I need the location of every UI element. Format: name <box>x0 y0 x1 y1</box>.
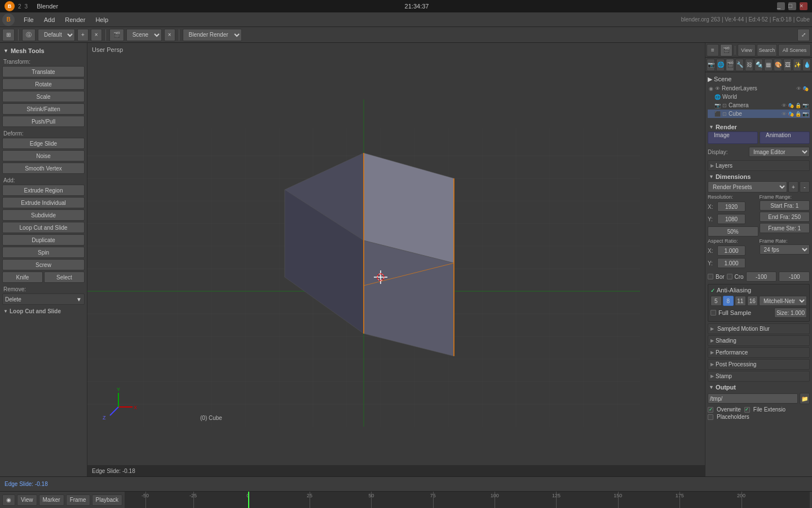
smooth-vertex-btn[interactable]: Smooth Vertex <box>2 163 85 174</box>
display-select[interactable]: Image Editor <box>749 147 810 157</box>
camera-vis[interactable]: 👁 🎭 🔒 📷 <box>782 103 809 108</box>
rp2-icon-5[interactable]: ⛓ <box>745 59 753 71</box>
close-btn[interactable]: × <box>800 2 807 10</box>
rp2-icon-8[interactable]: 🎨 <box>774 59 782 71</box>
shrink-fatten-btn[interactable]: Shrink/Fatten <box>2 103 85 115</box>
output-browse-btn[interactable]: 📁 <box>800 393 810 404</box>
y-res-value[interactable]: 1080 <box>717 214 745 224</box>
render-presets-select[interactable]: Render Presets <box>708 181 787 192</box>
timeline-playhead[interactable] <box>248 492 249 508</box>
scene-close-btn[interactable]: × <box>164 29 175 41</box>
framerate-select[interactable]: 24 fps <box>760 244 810 255</box>
x-aspect-value[interactable]: 1.000 <box>717 246 745 256</box>
rp2-icon-9[interactable]: 🖼 <box>783 59 792 71</box>
vis-icon-2[interactable]: 🎭 <box>802 86 809 91</box>
time-remap-1[interactable]: -100 <box>746 271 777 282</box>
percent-value[interactable]: 50% <box>708 226 758 237</box>
minimize-btn[interactable]: _ <box>777 2 785 10</box>
push-pull-btn[interactable]: Push/Pull <box>2 116 85 127</box>
rp2-icon-10[interactable]: ✨ <box>793 59 801 71</box>
post-processing-header[interactable]: ▶ Post Processing <box>708 359 810 370</box>
animation-btn[interactable]: Animation <box>760 132 810 144</box>
render-section-header[interactable]: ▼ Render <box>708 122 810 132</box>
sampled-motion-header[interactable]: ▶ Sampled Motion Blur <box>708 323 810 334</box>
extrude-region-btn[interactable]: Extrude Region <box>2 185 85 196</box>
timeline-ruler[interactable]: -50 -25 0 25 50 75 100 125 150 175 200 <box>125 492 810 508</box>
stamp-header[interactable]: ▶ Stamp <box>708 371 810 382</box>
output-header[interactable]: ▼ Output <box>708 383 810 392</box>
bor-checkbox[interactable] <box>708 274 713 279</box>
spin-btn[interactable]: Spin <box>2 247 85 258</box>
menu-file[interactable]: File <box>19 15 38 24</box>
tb-plus-btn[interactable]: + <box>77 29 89 41</box>
tree-item-cube[interactable]: ⬛ ⊡ Cube 👁 🎭 🔒 📷 <box>708 110 810 118</box>
rp-icon-2[interactable]: 🎬 <box>720 44 732 56</box>
aa-btn-8[interactable]: 8 <box>723 296 734 306</box>
delete-dropdown[interactable]: Delete ▼ <box>2 294 85 305</box>
performance-header[interactable]: ▶ Performance <box>708 347 810 358</box>
placeholders-checkbox[interactable] <box>708 414 713 420</box>
tree-item-world[interactable]: 🌐 World <box>708 93 810 101</box>
x-res-value[interactable]: 1920 <box>717 202 745 212</box>
cube-vis[interactable]: 👁 🎭 🔒 📷 <box>782 111 809 117</box>
shading-header[interactable]: ▶ Shading <box>708 335 810 346</box>
maximize-btn[interactable]: □ <box>788 2 796 10</box>
renderer-select[interactable]: Blender Render <box>183 29 242 41</box>
viewport[interactable]: User Persp <box>87 43 705 476</box>
cube-vis-2[interactable]: 🎭 <box>788 111 794 117</box>
rp2-icon-7[interactable]: ▦ <box>764 59 773 71</box>
win-controls[interactable]: _ □ × <box>775 2 807 10</box>
screw-btn[interactable]: Screw <box>2 259 85 270</box>
renderlayers-vis[interactable]: 👁 🎭 <box>796 86 809 91</box>
cube-vis-1[interactable]: 👁 <box>782 111 787 117</box>
rp-icon-1[interactable]: ≡ <box>707 44 719 56</box>
scale-btn[interactable]: Scale <box>2 91 85 102</box>
noise-btn[interactable]: Noise <box>2 150 85 161</box>
tl-scene-btn[interactable]: ◉ <box>2 494 15 506</box>
aa-btn-16[interactable]: 16 <box>747 296 758 306</box>
rp2-icon-3[interactable]: 🎬 <box>726 59 734 71</box>
aa-btn-5[interactable]: 5 <box>710 296 722 306</box>
tab-3[interactable]: 3 <box>25 3 28 10</box>
editor-type-btn[interactable]: ⊞ <box>2 29 15 41</box>
rp2-icon-4[interactable]: 🔧 <box>735 59 744 71</box>
aa-btn-11[interactable]: 11 <box>735 296 746 306</box>
rotate-btn[interactable]: Rotate <box>2 78 85 90</box>
menu-render[interactable]: Render <box>60 15 90 24</box>
search-btn[interactable]: Search <box>757 44 777 56</box>
output-path-input[interactable] <box>708 393 798 404</box>
rp2-icon-11[interactable]: 💧 <box>802 59 811 71</box>
select-btn[interactable]: Select <box>44 271 85 283</box>
menu-help[interactable]: Help <box>91 15 113 24</box>
translate-btn[interactable]: Translate <box>2 66 85 77</box>
tl-playback-btn[interactable]: Playback <box>92 494 123 506</box>
timeline[interactable]: ◉ View Marker Frame Playback -50 -25 0 2… <box>0 491 812 508</box>
dimensions-header[interactable]: ▼ Dimensions <box>708 172 810 181</box>
tree-item-renderlayers[interactable]: ◉ 👁 RenderLayers 👁 🎭 <box>708 84 810 93</box>
full-sample-checkbox[interactable] <box>710 310 716 316</box>
layers-header[interactable]: ▶ Layers <box>708 160 810 171</box>
end-frame-value[interactable]: End Fra: 250 <box>760 212 810 222</box>
scene-select[interactable]: Scene <box>126 29 162 41</box>
menu-add[interactable]: Add <box>39 15 60 24</box>
knife-btn[interactable]: Knife <box>2 271 43 283</box>
presets-add-btn[interactable]: + <box>788 181 798 192</box>
start-frame-value[interactable]: Start Fra: 1 <box>760 200 810 211</box>
cube-vis-4[interactable]: 📷 <box>802 111 809 117</box>
tree-item-camera[interactable]: 📷 ⊡ Camera 👁 🎭 🔒 📷 <box>708 101 810 110</box>
rp2-icon-6[interactable]: 🔩 <box>754 59 763 71</box>
tl-view-btn[interactable]: View <box>17 494 37 506</box>
overwrite-checkbox[interactable]: ✓ <box>708 407 713 413</box>
render-icon-btn[interactable]: 🎬 <box>109 29 124 41</box>
global-local-btn[interactable]: Ⓖ <box>22 29 36 41</box>
view-btn[interactable]: View <box>738 44 756 56</box>
tab-2[interactable]: 2 <box>18 3 21 10</box>
rp2-icon-2[interactable]: 🌐 <box>716 59 725 71</box>
aa-toggle[interactable]: ✓ <box>710 287 715 294</box>
cam-vis-3[interactable]: 🔒 <box>795 103 801 108</box>
duplicate-btn[interactable]: Duplicate <box>2 234 85 246</box>
rp2-icon-1[interactable]: 📷 <box>707 59 715 71</box>
cam-vis-2[interactable]: 🎭 <box>788 103 794 108</box>
size-value[interactable]: Size: 1.000 <box>774 308 807 318</box>
aa-filter-select[interactable]: Mitchell-Netr <box>759 296 807 306</box>
